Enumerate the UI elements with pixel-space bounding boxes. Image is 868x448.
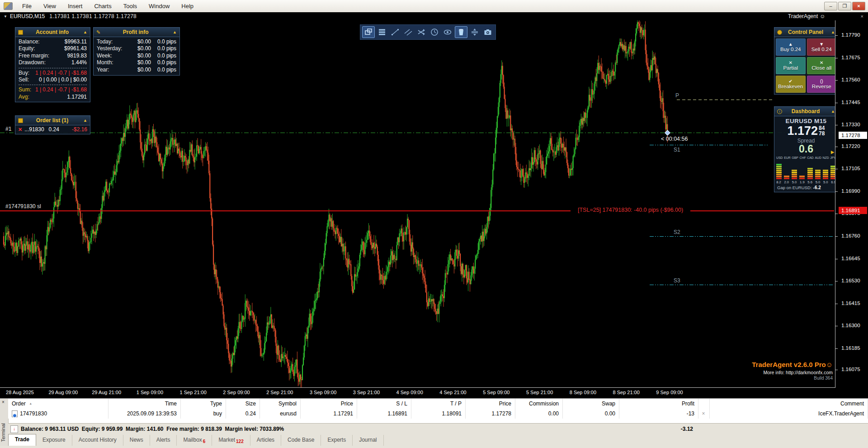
close-order-icon[interactable]: ✕ [18,127,22,133]
pivot-line[interactable] [677,100,773,100]
panel-header[interactable]: i Dashboard ▲ [774,107,838,116]
column-s-l[interactable]: S / L [357,399,411,409]
cascade-windows-icon[interactable] [362,26,375,38]
account-row: Free margin:9819.83 [15,52,90,59]
reverse-button[interactable]: ()Reverse [807,76,837,93]
open-price-line[interactable] [0,133,834,133]
panel-header[interactable]: Account info ▲ [15,28,90,37]
price-axis-tick [835,58,838,58]
channel-icon[interactable] [402,27,414,38]
column-price[interactable]: Price [466,399,515,409]
chart-close-button[interactable]: × [861,14,863,19]
tab-trade[interactable]: Trade [8,434,36,446]
column-price[interactable]: Price [301,399,357,409]
trendline-icon[interactable] [389,27,401,38]
eye-icon[interactable] [442,27,453,38]
menu-item-charts[interactable]: Charts [88,1,117,11]
breakeven-button[interactable]: ✔Breakeven [776,76,806,93]
time-axis[interactable]: 28 Aug 202529 Aug 09:0029 Aug 21:001 Sep… [0,387,835,399]
support3-line[interactable] [650,285,834,285]
arrow-right-icon[interactable]: ▶ [831,147,834,157]
trailing-stop-info: [TSL=25] 174791830: -40.0 pips (-$96.00) [571,207,690,213]
row-pips: 0.0 pips [151,46,176,52]
menu-item-tools[interactable]: Tools [118,1,143,11]
column-type[interactable]: Type [181,399,226,409]
panel-header[interactable]: ✎ Profit info ▲ [94,28,179,37]
column-time[interactable]: Time [108,399,181,409]
profit-rows: Today:$0.000.0 pipsYesterday:$0.000.0 pi… [94,37,179,75]
terminal-close-button[interactable]: × [2,400,5,405]
tab-mailbox[interactable]: Mailbox6 [177,435,212,446]
tab-articles[interactable]: Articles [250,435,281,446]
column-t-p[interactable]: T / P [411,399,466,409]
collapse-icon[interactable]: ▲ [173,30,177,34]
clock-icon[interactable] [429,27,440,38]
arrange-vertical-icon[interactable] [469,27,481,38]
ea-build: Build 364 [752,376,833,381]
price-axis[interactable]: 1.17278 1.16891 1.177901.176751.175601.1… [835,20,868,387]
tab-market[interactable]: Market122 [212,435,250,446]
menu-item-view[interactable]: View [38,1,62,11]
column-size[interactable]: Size [226,399,260,409]
column-order[interactable]: Order▴ [8,399,108,409]
tab-account-history[interactable]: Account History [72,435,123,446]
tab-label: News [130,437,143,443]
buy-0-24-button[interactable]: ▲Buy 0.24 [776,38,806,56]
price-main: 1.172 [788,125,818,137]
tab-exposure[interactable]: Exposure [36,435,72,446]
price-axis-label: 1.17105 [841,166,860,171]
column-commission[interactable]: Commission [515,399,563,409]
close-button[interactable]: × [852,2,865,10]
tab-news[interactable]: News [123,435,150,446]
collapse-icon[interactable]: ▲ [83,30,87,34]
menu-item-help[interactable]: Help [175,1,199,11]
menu-item-file[interactable]: File [16,1,38,11]
panel-header[interactable]: Order list (1) ▲ [15,116,90,125]
bucket-icon[interactable] [455,26,467,38]
tab-code-base[interactable]: Code Base [281,435,321,446]
partial-button[interactable]: ✕Partial [776,57,806,74]
minimize-button[interactable]: – [824,2,837,10]
collapse-icon[interactable]: ▲ [83,118,87,123]
column-profit[interactable]: Profit [619,399,698,409]
camera-icon[interactable] [482,27,494,38]
pencil-icon: ✎ [96,30,100,34]
strength-value: 5.6 [807,180,813,184]
close-position-icon[interactable]: × [698,409,710,419]
support1-line[interactable] [650,145,768,145]
chevron-down-icon[interactable]: ▼ [4,14,7,19]
restore-button[interactable]: ❐ [838,2,851,10]
menu-item-window[interactable]: Window [143,1,175,11]
panel-title: Dashboard [782,108,829,114]
collapse-icon[interactable]: ▲ [831,109,835,114]
currency-label: EUR [784,156,791,159]
sell-0-24-button[interactable]: ▼Sell 0.24 [807,38,837,56]
tab-experts[interactable]: Experts [321,435,353,446]
currency-strength-values: 8.22.05.01.95.65.05.06.9 [774,180,838,184]
button-glyph-icon: () [820,79,823,84]
currency-labels: USDEURGBPCHFCADAUDNZDJPY [774,156,838,159]
column-close[interactable] [698,399,710,409]
row-usd: $0.00 [137,67,151,73]
bar-list-icon[interactable] [376,27,388,38]
support2-line[interactable] [650,236,834,237]
chart-title-bar: ▼ EURUSD,M15 1.17381 1.17381 1.17278 1.1… [0,12,868,21]
crossing-arrows-icon[interactable] [415,27,427,38]
bar-segment [792,176,797,177]
tab-alerts[interactable]: Alerts [150,435,177,446]
bar-segment [776,170,782,171]
collapse-icon[interactable]: ▲ [831,30,835,34]
column-symbol[interactable]: Symbol [260,399,301,409]
tab-journal[interactable]: Journal [353,435,383,446]
table-row[interactable]: 1747918302025.09.09 13:39:53buy0.24eurus… [8,409,868,419]
price-axis-tick [835,125,838,125]
column-swap[interactable]: Swap [563,399,619,409]
time-axis-label: 9 Sep 09:00 [656,390,683,395]
menu-items: FileViewInsertChartsToolsWindowHelp [16,1,199,11]
current-price-tag: 1.17278 [839,132,867,139]
close-all-button[interactable]: ✕Close all [807,57,837,74]
stop-loss-line[interactable] [0,210,834,211]
column-comment[interactable]: Comment [710,399,868,409]
panel-header[interactable]: Control Panel ▲ [774,28,838,37]
menu-item-insert[interactable]: Insert [62,1,89,11]
